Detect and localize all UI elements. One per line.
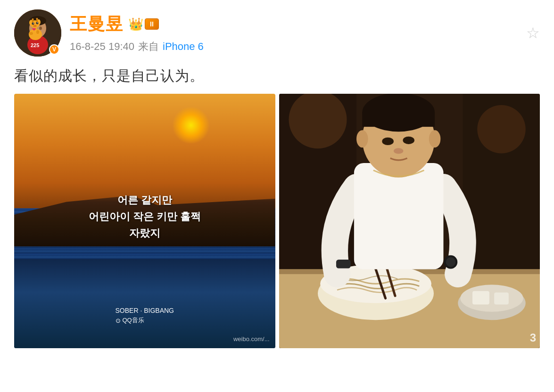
source-device-link[interactable]: iPhone 6	[163, 41, 204, 53]
music-artist: SOBER · BIGBANG	[116, 307, 174, 314]
crown-badge: 👑 II	[128, 17, 159, 32]
svg-point-6	[32, 18, 34, 20]
eating-scene	[279, 94, 540, 348]
svg-rect-44	[362, 112, 435, 127]
username: 王曼昱	[70, 13, 124, 36]
user-text-info: 王曼昱 👑 II 16-8-25 19:40 来自 iPhone 6	[70, 13, 204, 54]
crown-icon: 👑	[128, 17, 143, 32]
image-right[interactable]: 3	[279, 94, 540, 348]
image-left[interactable]: 어른 같지만 어린아이 작은 키만 훌쩍 자랐지 SOBER · BIGBANG…	[14, 94, 275, 348]
svg-rect-50	[336, 260, 350, 268]
image-number-badge: 3	[530, 331, 536, 344]
svg-point-52	[446, 257, 455, 267]
svg-point-15	[35, 25, 36, 26]
meta-row: 16-8-25 19:40 来自 iPhone 6	[70, 40, 204, 54]
mascot-icon: ❤	[23, 18, 49, 44]
page-container: ❤ 225	[0, 0, 554, 392]
music-icon: ⊙	[116, 317, 121, 324]
svg-rect-41	[354, 163, 443, 270]
svg-point-45	[356, 130, 368, 147]
svg-point-49	[393, 148, 403, 154]
source-prefix: 来自	[138, 40, 159, 54]
sun-glow	[172, 106, 210, 144]
korean-text: 어른 같지만 어린아이 작은 키만 훌쩍 자랐지	[89, 192, 201, 242]
svg-rect-39	[472, 291, 489, 305]
timestamp: 16-8-25 19:40	[70, 41, 134, 53]
svg-point-11	[33, 23, 34, 24]
svg-point-48	[403, 137, 414, 144]
verified-badge: V	[49, 44, 59, 55]
svg-point-10	[36, 22, 39, 24]
images-grid: 어른 같지만 어린아이 작은 키만 훌쩍 자랐지 SOBER · BIGBANG…	[14, 94, 540, 348]
qq-music: ⊙ QQ音乐	[116, 316, 174, 325]
svg-point-12	[37, 22, 38, 23]
svg-point-38	[460, 285, 523, 311]
weibo-watermark: weibo.com/...	[233, 335, 270, 343]
svg-rect-40	[494, 293, 509, 305]
svg-point-47	[382, 138, 394, 145]
user-info-section: ❤ 225	[14, 9, 204, 57]
avatar-wrap: ❤ 225	[14, 9, 61, 57]
svg-point-14	[34, 25, 35, 26]
level-badge: II	[145, 18, 159, 30]
svg-point-16	[29, 32, 33, 35]
post-header: ❤ 225	[14, 9, 540, 57]
svg-point-8	[36, 18, 38, 20]
post-text: 看似的成长，只是自己认为。	[14, 65, 540, 86]
star-icon[interactable]: ☆	[526, 24, 540, 41]
bookmark-icon[interactable]: ☆	[526, 24, 540, 42]
svg-text:❤: ❤	[32, 27, 36, 32]
username-row: 王曼昱 👑 II	[70, 13, 204, 36]
music-info: SOBER · BIGBANG ⊙ QQ音乐	[116, 307, 174, 325]
svg-point-46	[429, 130, 440, 147]
svg-point-9	[32, 23, 34, 25]
svg-point-17	[36, 30, 39, 34]
